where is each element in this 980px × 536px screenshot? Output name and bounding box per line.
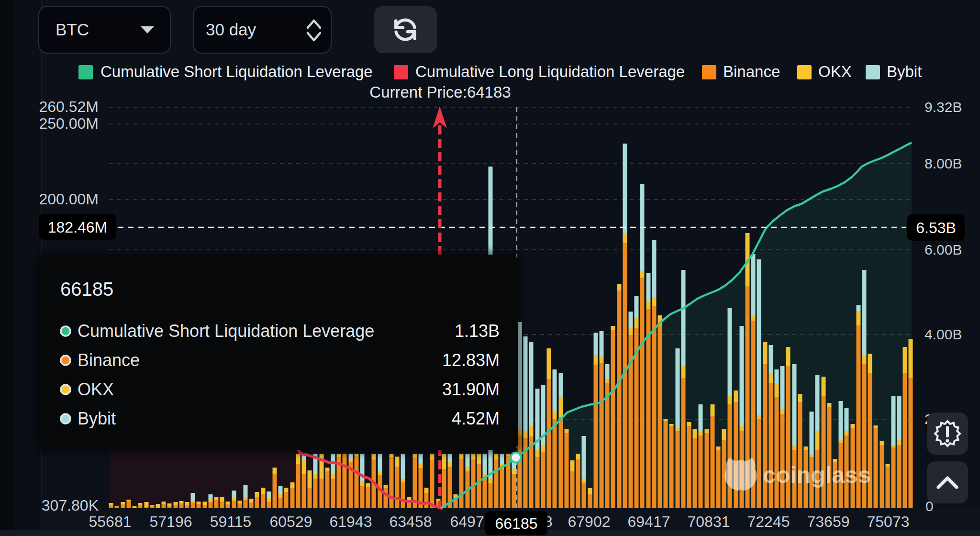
svg-text:4.00B: 4.00B [924, 326, 962, 342]
svg-text:Current Price:64183: Current Price:64183 [369, 83, 511, 101]
svg-text:4.52M: 4.52M [452, 409, 500, 428]
svg-text:9.32B: 9.32B [924, 99, 962, 115]
svg-text:Binance: Binance [78, 350, 140, 370]
svg-text:12.83M: 12.83M [442, 350, 500, 370]
svg-text:30 day: 30 day [206, 20, 256, 39]
svg-text:OKX: OKX [818, 63, 852, 80]
svg-text:8.00B: 8.00B [924, 156, 962, 171]
svg-text:1.13B: 1.13B [455, 321, 500, 341]
svg-text:182.46M: 182.46M [48, 219, 108, 236]
svg-text:57196: 57196 [150, 513, 192, 530]
svg-text:72245: 72245 [747, 513, 790, 530]
svg-text:66185: 66185 [495, 515, 538, 532]
svg-text:coinglass: coinglass [763, 462, 871, 488]
svg-text:Cumulative Short Liquidation L: Cumulative Short Liquidation Leverage [100, 63, 373, 80]
svg-text:60529: 60529 [270, 513, 312, 530]
svg-text:55681: 55681 [89, 513, 132, 530]
svg-text:66185: 66185 [60, 279, 113, 300]
svg-text:73659: 73659 [807, 513, 850, 530]
svg-text:31.90M: 31.90M [442, 380, 500, 399]
svg-text:63458: 63458 [390, 513, 432, 530]
svg-text:Cumulative Long Liquidation Le: Cumulative Long Liquidation Leverage [415, 63, 685, 80]
svg-text:59115: 59115 [210, 513, 252, 530]
svg-text:Binance: Binance [723, 63, 780, 80]
svg-text:75073: 75073 [867, 513, 910, 530]
svg-text:250.00M: 250.00M [39, 115, 99, 132]
svg-text:70831: 70831 [688, 513, 730, 530]
svg-text:6.53B: 6.53B [916, 219, 956, 236]
svg-text:307.80K: 307.80K [42, 497, 99, 514]
svg-text:69417: 69417 [628, 513, 670, 530]
svg-text:61943: 61943 [330, 513, 372, 530]
svg-text:67902: 67902 [568, 513, 611, 530]
svg-text:200.00M: 200.00M [39, 190, 99, 208]
svg-text:260.52M: 260.52M [39, 98, 99, 115]
svg-text:Bybit: Bybit [78, 409, 116, 428]
svg-text:BTC: BTC [56, 20, 89, 39]
svg-text:Bybit: Bybit [887, 63, 922, 80]
svg-text:OKX: OKX [78, 380, 114, 399]
svg-text:6.00B: 6.00B [924, 242, 962, 257]
svg-text:Cumulative Short Liquidation L: Cumulative Short Liquidation Leverage [78, 321, 374, 341]
